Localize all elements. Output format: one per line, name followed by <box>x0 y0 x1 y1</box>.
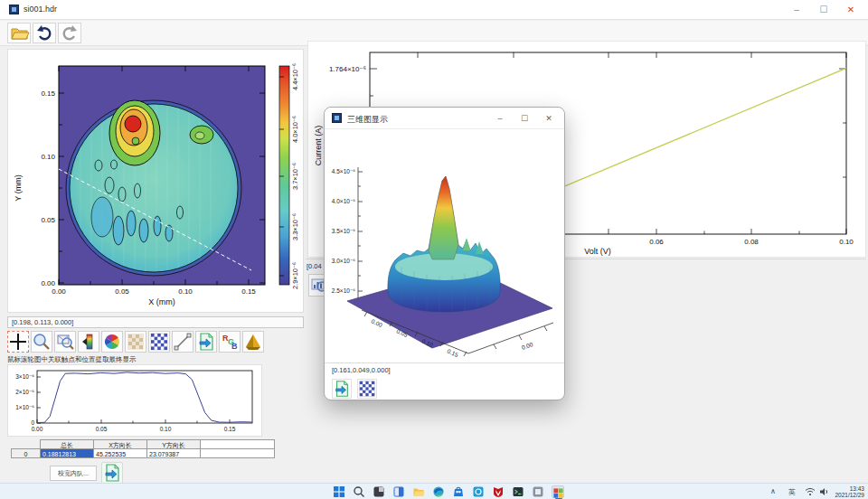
export-icon <box>196 332 216 352</box>
surface-3d-icon <box>243 332 263 352</box>
measurement-table[interactable]: 总长 X方向长 Y方向长 0 0.18812813 45.252535 23.0… <box>11 439 275 461</box>
open-file-button[interactable] <box>7 23 31 43</box>
taskbar-search-button[interactable] <box>353 485 365 498</box>
minimize-button[interactable]: – <box>783 0 810 20</box>
svg-text:0.15: 0.15 <box>41 89 55 98</box>
zoom-in-tool-button[interactable] <box>31 331 52 353</box>
surface-3d-tool-button[interactable] <box>242 331 264 353</box>
taskbar-clock[interactable]: 13:43 2021/12/29 <box>832 485 864 498</box>
undo-button[interactable] <box>33 23 56 43</box>
export-icon <box>333 380 351 398</box>
zoom-box-icon <box>55 332 75 352</box>
table-row-header[interactable]: 0 <box>11 448 41 458</box>
surface-3d-window[interactable]: 三维图显示 – ☐ ✕ <box>324 107 565 400</box>
surface-window-titlebar[interactable]: 三维图显示 – ☐ ✕ <box>325 108 564 129</box>
bottom-action-button[interactable]: 校宽内队... <box>50 466 97 481</box>
surface-close-button[interactable]: ✕ <box>537 108 561 128</box>
colorbar: 4.4×10⁻⁶ 4.0×10⁻⁶ 3.7×10⁻⁶ 3.3×10⁻⁶ 2.9×… <box>279 63 299 289</box>
search-icon <box>353 485 365 498</box>
color-wheel-tool-button[interactable] <box>101 331 123 353</box>
app-gray-icon <box>532 485 544 498</box>
crosshair-tool-button[interactable] <box>7 331 29 353</box>
rgb-channels-icon: R G B <box>220 332 240 352</box>
table-cell-filler <box>200 448 275 458</box>
export-tool-button[interactable] <box>195 331 217 353</box>
close-button[interactable]: ✕ <box>837 0 864 20</box>
svg-text:2.5×10⁻⁶: 2.5×10⁻⁶ <box>332 287 355 294</box>
tray-chevron[interactable]: ∧ <box>770 487 776 495</box>
svg-text:3×10⁻⁶: 3×10⁻⁶ <box>15 373 34 380</box>
svg-text:4.5×10⁻⁶: 4.5×10⁻⁶ <box>332 168 355 174</box>
surface-minimize-button[interactable]: – <box>488 108 512 128</box>
taskbar-app-teal[interactable] <box>472 485 485 498</box>
mosaic-tool-button[interactable] <box>148 331 170 353</box>
zoom-in-icon <box>32 332 52 352</box>
contour-map-panel[interactable]: 0.00 0.05 0.10 0.15 0.00 0.05 0.10 0.15 … <box>7 49 304 313</box>
zoom-box-tool-button[interactable] <box>54 331 76 353</box>
tray-ime-indicator[interactable]: 英 <box>788 487 796 497</box>
app-icon <box>9 5 19 14</box>
measure-line-tool-button[interactable] <box>172 331 193 353</box>
taskbar-app-dark[interactable] <box>373 485 385 498</box>
taskbar-app-blue[interactable] <box>392 485 405 498</box>
app-teal-icon <box>472 485 485 498</box>
start-button[interactable] <box>333 485 345 498</box>
table-cell-y-length[interactable]: 23.079387 <box>146 448 201 458</box>
redo-icon <box>59 24 80 42</box>
svg-text:0.00: 0.00 <box>521 341 534 351</box>
rgb-channels-tool-button[interactable]: R G B <box>219 331 241 353</box>
map-hint-text: 鼠标滚轮图中关联触点和位置提取最终显示 <box>7 355 278 364</box>
speaker-icon[interactable] <box>819 487 830 496</box>
surface-maximize-button[interactable]: ☐ <box>513 108 536 128</box>
surface-export-button[interactable] <box>332 379 352 399</box>
svg-text:2×10⁻⁶: 2×10⁻⁶ <box>15 389 34 395</box>
taskbar-edge[interactable] <box>432 485 445 498</box>
contour-map-chart: 0.00 0.05 0.10 0.15 0.00 0.05 0.10 0.15 … <box>8 50 303 312</box>
texture-tool-button[interactable] <box>125 331 146 353</box>
title-bar[interactable]: si001.hdr – ☐ ✕ <box>0 0 868 20</box>
map-tools-row: R G B <box>7 331 278 354</box>
color-scale-icon <box>79 332 99 352</box>
maximize-button[interactable]: ☐ <box>810 0 837 20</box>
svg-text:1×10⁻⁶: 1×10⁻⁶ <box>15 404 34 410</box>
surface-mosaic-button[interactable] <box>357 379 377 399</box>
surface-window-icon <box>332 113 342 123</box>
clock-time: 13:43 <box>832 485 864 492</box>
taskbar-active-app[interactable] <box>552 485 564 498</box>
bottom-export-button[interactable] <box>101 462 123 484</box>
surface-wafer <box>388 176 500 312</box>
redo-button[interactable] <box>58 23 81 43</box>
color-wheel-icon <box>102 332 122 352</box>
mosaic-icon <box>149 332 169 352</box>
svg-text:0.15: 0.15 <box>241 287 256 296</box>
table-cell-total-length[interactable]: 0.18812813 <box>40 448 94 458</box>
taskbar-app-gray[interactable] <box>532 485 544 498</box>
svg-text:0.10: 0.10 <box>178 287 193 296</box>
svg-text:4.4×10⁻⁶: 4.4×10⁻⁶ <box>291 63 299 90</box>
svg-text:0.08: 0.08 <box>744 238 759 246</box>
taskbar-microsoft-store[interactable] <box>452 485 465 498</box>
wifi-icon[interactable] <box>805 487 816 496</box>
window-title: si001.hdr <box>24 5 57 14</box>
app-blue-icon <box>392 485 405 498</box>
table-cell-x-length[interactable]: 45.252535 <box>93 448 147 458</box>
profile-plot-panel[interactable]: 0 1×10⁻⁶ 2×10⁻⁶ 3×10⁻⁶ 0.00 0.05 0.10 0.… <box>7 364 262 437</box>
windows-start-icon <box>333 485 345 498</box>
map-ylabel: Y (mm) <box>14 174 23 201</box>
profile-chart: 0 1×10⁻⁶ 2×10⁻⁶ 3×10⁻⁶ 0.00 0.05 0.10 0.… <box>8 365 261 436</box>
taskbar-file-explorer[interactable] <box>412 485 425 498</box>
color-scale-tool-button[interactable] <box>78 331 99 353</box>
svg-text:0.06: 0.06 <box>649 238 664 246</box>
svg-text:0.10: 0.10 <box>41 153 55 161</box>
svg-text:B: B <box>231 342 238 351</box>
svg-text:3.3×10⁻⁶: 3.3×10⁻⁶ <box>291 213 299 240</box>
svg-text:2.9×10⁻⁶: 2.9×10⁻⁶ <box>291 262 299 289</box>
edge-icon <box>432 485 445 498</box>
taskbar-app-green[interactable] <box>512 485 524 498</box>
surface-window-title: 三维图显示 <box>347 114 388 126</box>
taskbar-mcafee[interactable] <box>492 485 505 498</box>
svg-text:0.10: 0.10 <box>839 238 854 246</box>
svg-text:0.05: 0.05 <box>41 216 55 224</box>
mcafee-shield-icon <box>492 485 505 498</box>
svg-text:1.764×10⁻⁶: 1.764×10⁻⁶ <box>329 65 366 73</box>
